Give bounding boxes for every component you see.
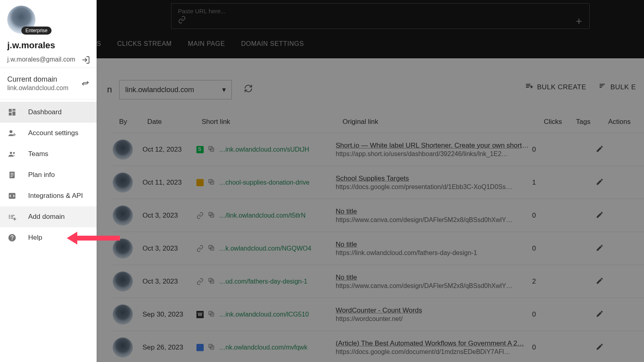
table-row[interactable]: Oct 3, 2023…/link.owlandcloud.com/t5tlrN… — [113, 199, 644, 232]
add-icon[interactable]: + — [576, 15, 582, 27]
short-link[interactable]: …ink.owlandcloud.com/sUDtJH — [219, 146, 309, 153]
current-domain-label: Current domain — [7, 75, 89, 84]
row-avatar — [113, 239, 133, 259]
row-date: Sep 26, 2023 — [142, 343, 196, 352]
dashboard-icon — [7, 107, 17, 117]
copy-button[interactable] — [208, 277, 215, 286]
sidebar-item-label: Account settings — [28, 129, 78, 137]
sidebar-item-integrations-api[interactable]: Integrations & API — [0, 185, 97, 206]
svg-rect-15 — [12, 109, 15, 111]
table-row[interactable]: Oct 12, 2023…ink.owlandcloud.com/sUDtJHS… — [113, 133, 644, 166]
original-url: https://www.canva.com/design/DAFler5M2x8… — [336, 216, 529, 224]
playlist-add-icon — [525, 82, 534, 93]
original-url: https://app.short.io/users/dashboard/392… — [336, 150, 529, 158]
copy-button[interactable] — [208, 343, 215, 352]
row-avatar — [113, 206, 133, 226]
code-box-icon — [7, 191, 17, 201]
svg-rect-25 — [10, 176, 12, 177]
bulk-create-button[interactable]: BULK CREATE — [525, 82, 586, 93]
original-title[interactable]: (Article) The Best Automated Workflows f… — [336, 339, 529, 348]
tab-clicks-stream[interactable]: CLICKS STREAM — [117, 40, 171, 47]
sort-icon — [599, 82, 607, 93]
sidebar-item-label: Integrations & API — [28, 192, 83, 200]
row-date: Oct 3, 2023 — [142, 245, 196, 253]
copy-button[interactable] — [208, 178, 215, 187]
edit-button[interactable] — [596, 244, 620, 253]
original-title[interactable]: Short.io — White label URL Shortener. Cr… — [336, 142, 529, 150]
short-link[interactable]: …k.owlandcloud.com/NGQWO4 — [219, 245, 311, 252]
row-date: Oct 3, 2023 — [142, 212, 196, 220]
original-title[interactable]: No title — [336, 241, 529, 249]
logout-button[interactable] — [81, 56, 89, 64]
edit-button[interactable] — [596, 277, 620, 286]
link-icon — [178, 16, 186, 25]
short-link[interactable]: …ink.owlandcloud.com/lCG510 — [219, 311, 309, 318]
col-by: By — [119, 118, 147, 126]
refresh-button[interactable] — [244, 84, 253, 95]
original-url: https://docs.google.com/document/d/1mdzn… — [336, 348, 529, 356]
svg-rect-17 — [9, 113, 12, 115]
row-date: Oct 11, 2023 — [142, 179, 196, 187]
row-date: Oct 12, 2023 — [142, 146, 196, 154]
person-gear-icon — [7, 128, 17, 138]
original-url: https://wordcounter.net/ — [336, 315, 529, 323]
url-input[interactable]: Paste URL here... + — [171, 3, 590, 29]
help-icon — [7, 233, 17, 243]
user-email: j.w.morales@gmail.com — [7, 56, 75, 63]
row-clicks: 0 — [532, 212, 564, 220]
bulk-edit-button[interactable]: BULK E — [599, 82, 636, 93]
favicon-link — [196, 278, 204, 285]
swap-icon[interactable] — [81, 79, 89, 89]
table-row[interactable]: Oct 3, 2023…ud.com/fathers-day-design-1N… — [113, 265, 644, 298]
tab-domain-settings[interactable]: DOMAIN SETTINGS — [241, 40, 304, 47]
sidebar-item-add-domain[interactable]: Add domain — [0, 206, 97, 227]
edit-button[interactable] — [596, 343, 620, 352]
row-clicks: 0 — [532, 245, 564, 253]
short-link[interactable]: …nk.owlandcloud.com/mvfqwk — [219, 344, 308, 351]
top-header: Paste URL here... + CS CLICKS STREAM MAI… — [0, 0, 644, 58]
original-title[interactable]: No title — [336, 274, 529, 282]
row-clicks: 2 — [532, 278, 564, 286]
table-row[interactable]: Sep 30, 2023W…ink.owlandcloud.com/lCG510… — [113, 298, 644, 331]
edit-button[interactable] — [596, 145, 620, 154]
edit-button[interactable] — [596, 211, 620, 220]
edit-button[interactable] — [596, 178, 620, 187]
short-link[interactable]: …chool-supplies-donation-drive — [219, 179, 310, 186]
current-domain-value: link.owlandcloud.com — [7, 84, 89, 92]
sidebar-item-plan-info[interactable]: Plan info — [0, 165, 97, 185]
copy-button[interactable] — [208, 145, 215, 154]
row-avatar — [113, 173, 133, 193]
row-clicks: 0 — [532, 343, 564, 352]
svg-point-18 — [10, 130, 12, 133]
row-avatar — [113, 337, 133, 358]
col-orig: Original link — [343, 118, 544, 126]
row-date: Oct 3, 2023 — [142, 278, 196, 286]
original-title[interactable]: School Supplies Targets — [336, 175, 529, 183]
original-title[interactable]: WordCounter - Count Words — [336, 306, 529, 315]
original-title[interactable]: No title — [336, 208, 529, 216]
domain-select[interactable]: link.owlandcloud.com ▾ — [119, 80, 232, 99]
short-link[interactable]: …/link.owlandcloud.com/t5tlrN — [219, 212, 305, 219]
short-link[interactable]: …ud.com/fathers-day-design-1 — [219, 278, 308, 285]
copy-button[interactable] — [208, 244, 215, 253]
row-clicks: 1 — [532, 179, 564, 187]
copy-button[interactable] — [208, 211, 215, 220]
sidebar-item-account-settings[interactable]: Account settings — [0, 123, 97, 144]
sidebar-item-dashboard[interactable]: Dashboard — [0, 102, 97, 123]
row-clicks: 0 — [532, 146, 564, 154]
row-clicks: 0 — [532, 311, 564, 319]
favicon-slides — [196, 179, 204, 186]
original-url: https://docs.google.com/presentation/d/1… — [336, 183, 529, 191]
chevron-down-icon: ▾ — [222, 85, 226, 94]
table-row[interactable]: Oct 11, 2023…chool-supplies-donation-dri… — [113, 166, 644, 199]
copy-button[interactable] — [208, 310, 215, 319]
current-domain-block[interactable]: Current domain link.owlandcloud.com — [0, 68, 97, 99]
sidebar-item-label: Help — [28, 234, 42, 242]
table-row[interactable]: Oct 3, 2023…k.owlandcloud.com/NGQWO4No t… — [113, 232, 644, 265]
edit-button[interactable] — [596, 310, 620, 319]
sidebar-item-teams[interactable]: Teams — [0, 144, 97, 165]
svg-point-20 — [10, 152, 12, 154]
col-clicks: Clicks — [544, 118, 576, 126]
table-row[interactable]: Sep 26, 2023…nk.owlandcloud.com/mvfqwk(A… — [113, 331, 644, 362]
tab-main-page[interactable]: MAIN PAGE — [188, 40, 225, 47]
